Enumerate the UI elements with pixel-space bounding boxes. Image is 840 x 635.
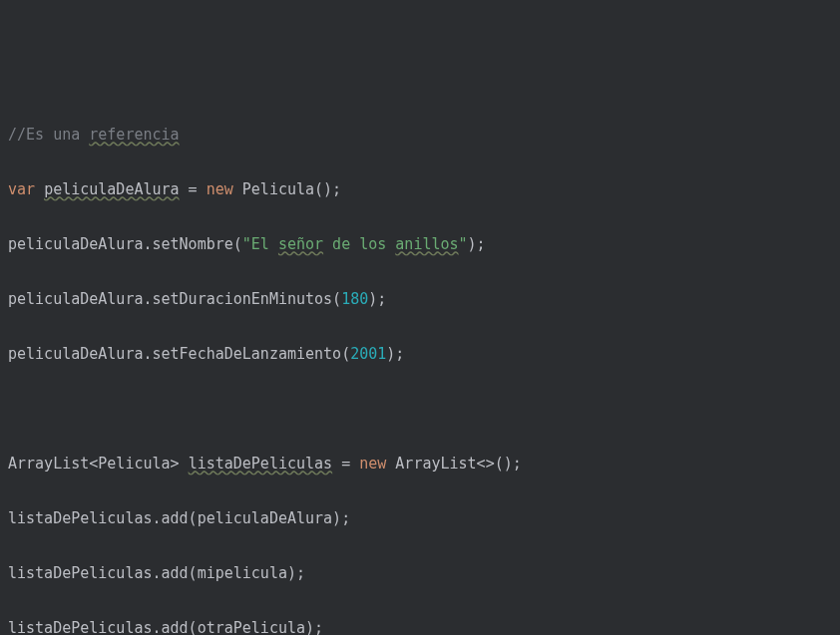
keyword: new — [359, 455, 386, 473]
identifier: listaDePeliculas — [189, 455, 333, 473]
code-line[interactable]: peliculaDeAlura.setNombre("El señor de l… — [8, 231, 832, 259]
code-line[interactable]: var peliculaDeAlura = new Pelicula(); — [8, 176, 832, 204]
code-line[interactable]: listaDePeliculas.add(peliculaDeAlura); — [8, 505, 832, 533]
code-line[interactable]: peliculaDeAlura.setDuracionEnMinutos(180… — [8, 286, 832, 314]
keyword: var — [8, 180, 35, 198]
comment-text: //Es una — [8, 126, 89, 144]
comment-text: referencia — [89, 126, 179, 144]
identifier: peliculaDeAlura — [44, 180, 179, 198]
code-line[interactable]: listaDePeliculas.add(otraPelicula); — [8, 615, 832, 635]
code-line[interactable]: //Es una referencia — [8, 122, 832, 150]
code-line[interactable]: peliculaDeAlura.setFechaDeLanzamiento(20… — [8, 341, 832, 369]
code-line[interactable] — [8, 396, 832, 424]
number-literal: 180 — [341, 290, 368, 308]
keyword: new — [207, 180, 233, 198]
code-line[interactable]: ArrayList<Pelicula> listaDePeliculas = n… — [8, 451, 832, 478]
code-line[interactable]: listaDePeliculas.add(mipelicula); — [8, 560, 832, 588]
number-literal: 2001 — [350, 345, 386, 363]
